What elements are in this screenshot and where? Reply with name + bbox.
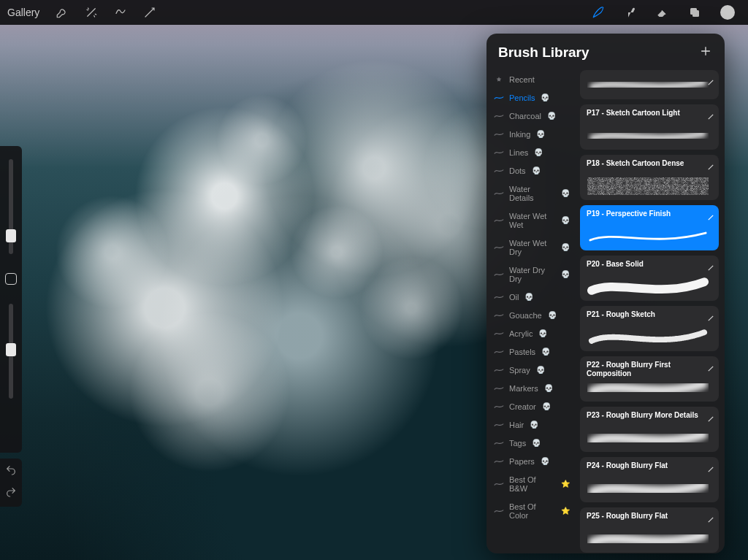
brush-category-acrylic[interactable]: Acrylic💀 [486,324,576,342]
brush-library-panel: Brush Library RecentPencils💀Charcoal💀Ink… [486,34,725,553]
category-badge: 💀 [561,243,570,251]
brush-stroke-icon [494,312,504,319]
category-badge: 💀 [561,189,570,197]
apple-pencil-icon [708,462,714,468]
category-badge: ⭐ [561,480,570,488]
brush-stroke-icon [494,348,504,356]
brush-item[interactable] [580,70,719,99]
category-badge: 💀 [548,311,557,319]
transform-icon[interactable] [143,6,156,19]
apple-pencil-icon [708,110,714,115]
category-badge: 💀 [541,457,549,465]
brush-stroke-icon [494,94,504,101]
undo-redo-bar [0,459,22,507]
apple-pencil-icon [708,210,714,216]
brush-stroke-icon [494,367,504,374]
undo-icon[interactable] [5,464,17,479]
brush-category-hair[interactable]: Hair💀 [486,415,576,434]
brush-preview [587,328,709,347]
category-badge: 💀 [532,166,541,174]
brush-item[interactable]: P20 - Base Solid [580,256,719,301]
redo-icon[interactable] [5,486,17,501]
category-badge: 💀 [547,112,556,120]
brush-item[interactable]: P25 - Rough Blurry Flat [580,507,719,553]
category-label: Best Of B&W [509,475,555,493]
brush-category-papers[interactable]: Papers💀 [486,452,576,470]
brush-name: P18 - Sketch Cartoon Dense [587,159,712,168]
wrench-icon[interactable] [56,6,69,19]
top-toolbar: Gallery [0,0,748,25]
brush-category-inking[interactable]: Inking💀 [486,125,576,143]
brush-name: P25 - Rough Blurry Flat [587,512,712,521]
modify-button[interactable] [5,273,17,285]
add-brush-icon[interactable] [698,44,713,61]
layers-icon[interactable] [688,6,701,19]
brush-category-tags[interactable]: Tags💀 [486,434,576,452]
brush-category-water-wet-dry[interactable]: Water Wet Dry💀 [486,234,576,261]
left-slider-bar [0,146,22,453]
category-label: Lines [509,148,528,157]
brush-preview [587,126,709,145]
brush-opacity-slider[interactable] [9,304,13,399]
brush-category-charcoal[interactable]: Charcoal💀 [486,107,576,125]
brush-stroke-icon [494,330,504,337]
category-label: Oil [509,293,519,302]
svg-point-2 [598,179,698,193]
brush-stroke-icon [494,149,504,156]
brush-item[interactable]: P22 - Rough Blurry First Composition [580,356,719,402]
gallery-button[interactable]: Gallery [7,7,39,18]
smudge-icon[interactable] [624,6,637,19]
brush-category-gouache[interactable]: Gouache💀 [486,306,576,324]
category-badge: 💀 [536,366,545,374]
category-label: Tags [509,439,526,448]
category-label: Recent [509,75,535,84]
brush-size-slider[interactable] [9,159,13,254]
brush-category-water-dry-dry[interactable]: Water Dry Dry💀 [486,261,576,288]
category-label: Markers [509,384,538,393]
brush-item[interactable]: P21 - Rough Sketch [580,306,719,351]
brush-category-markers[interactable]: Markers💀 [486,379,576,397]
brush-category-best-of-color[interactable]: Best Of Color⭐ [486,497,576,524]
category-label: Pastels [509,348,535,356]
apple-pencil-icon [708,513,714,518]
brush-preview [587,277,709,296]
brush-category-oil[interactable]: Oil💀 [486,288,576,306]
apple-pencil-icon [708,261,714,266]
category-badge: 💀 [544,384,553,392]
brush-category-water-wet-wet[interactable]: Water Wet Wet💀 [486,207,576,234]
brush-category-lines[interactable]: Lines💀 [486,143,576,161]
wand-icon[interactable] [85,6,98,19]
category-label: Papers [509,457,535,466]
brush-icon[interactable] [592,6,605,19]
brush-item[interactable]: P17 - Sketch Cartoon Light [580,104,719,150]
star-icon [494,76,504,83]
brush-category-spray[interactable]: Spray💀 [486,361,576,379]
apple-pencil-icon [708,160,714,166]
brush-item[interactable]: P23 - Rough Blurry More Details [580,407,719,452]
brush-item[interactable]: P18 - Sketch Cartoon Dense [580,155,719,200]
brush-list[interactable]: P17 - Sketch Cartoon LightP18 - Sketch C… [576,69,725,553]
brush-category-recent[interactable]: Recent [486,70,576,88]
color-picker-button[interactable] [720,5,735,20]
brush-preview [587,227,709,246]
brush-category-dots[interactable]: Dots💀 [486,161,576,180]
brush-item[interactable]: P24 - Rough Blurry Flat [580,457,719,502]
eraser-icon[interactable] [656,6,669,19]
category-label: Charcoal [509,112,541,120]
selection-icon[interactable] [114,6,127,19]
brush-item[interactable]: P19 - Perspective Finish [580,205,719,250]
category-label: Dots [509,166,526,175]
apple-pencil-icon [708,75,714,81]
brush-category-creator[interactable]: Creator💀 [486,397,576,415]
brush-stroke-icon [494,131,504,138]
brush-category-water-details[interactable]: Water Details💀 [486,180,576,207]
brush-preview [587,529,709,548]
category-badge: 💀 [530,421,538,429]
brush-category-pencils[interactable]: Pencils💀 [486,88,576,107]
brush-stroke-icon [494,244,504,251]
brush-stroke-icon [494,458,504,465]
brush-category-list[interactable]: RecentPencils💀Charcoal💀Inking💀Lines💀Dots… [486,69,576,553]
brush-preview [587,177,709,196]
brush-category-best-of-b-w[interactable]: Best Of B&W⭐ [486,470,576,497]
brush-category-pastels[interactable]: Pastels💀 [486,342,576,361]
